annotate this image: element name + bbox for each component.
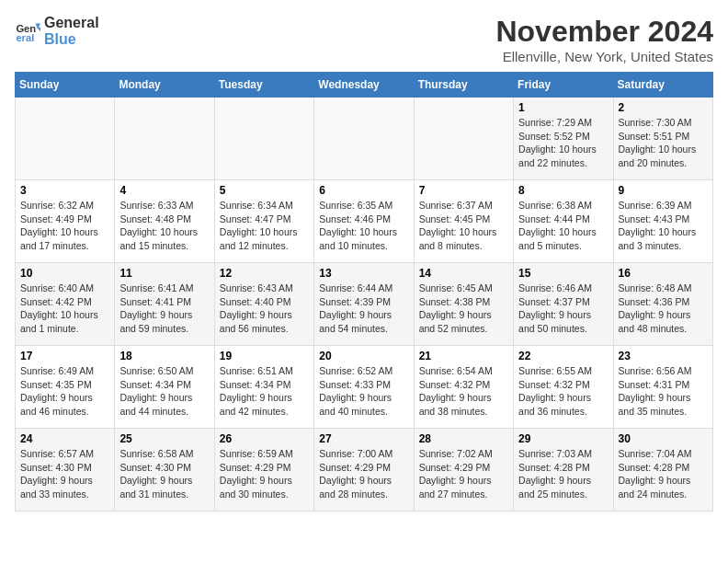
- day-info: Sunrise: 7:04 AMSunset: 4:28 PMDaylight:…: [619, 447, 708, 501]
- day-info: Sunrise: 6:37 AMSunset: 4:45 PMDaylight:…: [419, 199, 508, 253]
- calendar-cell: 27Sunrise: 7:00 AMSunset: 4:29 PMDayligh…: [314, 429, 414, 511]
- day-info: Sunrise: 6:43 AMSunset: 4:40 PMDaylight:…: [220, 282, 309, 336]
- calendar-cell: 2Sunrise: 7:30 AMSunset: 5:51 PMDaylight…: [613, 98, 712, 180]
- day-number: 2: [619, 101, 708, 114]
- day-number: 11: [119, 267, 209, 280]
- day-info: Sunrise: 6:49 AMSunset: 4:35 PMDaylight:…: [20, 364, 109, 419]
- calendar-body: 1Sunrise: 7:29 AMSunset: 5:52 PMDaylight…: [16, 98, 713, 511]
- week-row-5: 24Sunrise: 6:57 AMSunset: 4:30 PMDayligh…: [16, 429, 713, 511]
- calendar-cell: 12Sunrise: 6:43 AMSunset: 4:40 PMDayligh…: [214, 263, 313, 346]
- calendar-cell: [214, 98, 313, 180]
- day-number: 12: [220, 267, 309, 280]
- day-info: Sunrise: 6:41 AMSunset: 4:41 PMDaylight:…: [119, 282, 209, 336]
- calendar-cell: 15Sunrise: 6:46 AMSunset: 4:37 PMDayligh…: [514, 263, 613, 346]
- svg-marker-3: [37, 27, 40, 30]
- day-number: 30: [619, 432, 708, 445]
- week-row-1: 1Sunrise: 7:29 AMSunset: 5:52 PMDaylight…: [16, 98, 713, 180]
- calendar-cell: 5Sunrise: 6:34 AMSunset: 4:47 PMDaylight…: [214, 180, 313, 263]
- calendar-cell: 30Sunrise: 7:04 AMSunset: 4:28 PMDayligh…: [613, 429, 712, 511]
- week-row-2: 3Sunrise: 6:32 AMSunset: 4:49 PMDaylight…: [16, 180, 713, 263]
- week-row-3: 10Sunrise: 6:40 AMSunset: 4:42 PMDayligh…: [16, 263, 713, 346]
- day-info: Sunrise: 6:44 AMSunset: 4:39 PMDaylight:…: [319, 282, 408, 336]
- calendar-cell: 13Sunrise: 6:44 AMSunset: 4:39 PMDayligh…: [314, 263, 414, 346]
- day-number: 8: [518, 184, 608, 197]
- day-info: Sunrise: 6:50 AMSunset: 4:34 PMDaylight:…: [119, 364, 209, 419]
- calendar-cell: 22Sunrise: 6:55 AMSunset: 4:32 PMDayligh…: [514, 346, 613, 429]
- calendar-cell: 6Sunrise: 6:35 AMSunset: 4:46 PMDaylight…: [314, 180, 414, 263]
- day-info: Sunrise: 6:40 AMSunset: 4:42 PMDaylight:…: [20, 282, 109, 336]
- calendar-cell: 25Sunrise: 6:58 AMSunset: 4:30 PMDayligh…: [115, 429, 214, 511]
- day-info: Sunrise: 6:34 AMSunset: 4:47 PMDaylight:…: [220, 199, 309, 253]
- day-number: 10: [20, 267, 109, 280]
- day-info: Sunrise: 6:38 AMSunset: 4:44 PMDaylight:…: [518, 199, 608, 253]
- calendar-cell: 20Sunrise: 6:52 AMSunset: 4:33 PMDayligh…: [314, 346, 414, 429]
- day-info: Sunrise: 6:48 AMSunset: 4:36 PMDaylight:…: [619, 282, 708, 336]
- calendar-cell: 21Sunrise: 6:54 AMSunset: 4:32 PMDayligh…: [414, 346, 513, 429]
- day-number: 7: [419, 184, 508, 197]
- day-number: 5: [220, 184, 309, 197]
- day-number: 14: [419, 267, 508, 280]
- day-number: 24: [20, 432, 109, 445]
- calendar-cell: [115, 98, 214, 180]
- day-info: Sunrise: 7:02 AMSunset: 4:29 PMDaylight:…: [419, 447, 508, 501]
- day-number: 15: [518, 267, 608, 280]
- day-info: Sunrise: 6:35 AMSunset: 4:46 PMDaylight:…: [319, 199, 408, 253]
- day-info: Sunrise: 7:29 AMSunset: 5:52 PMDaylight:…: [518, 116, 608, 170]
- calendar-cell: 19Sunrise: 6:51 AMSunset: 4:34 PMDayligh…: [214, 346, 313, 429]
- day-number: 25: [119, 432, 209, 445]
- page-subtitle: Ellenville, New York, United States: [495, 49, 713, 64]
- day-number: 23: [619, 350, 708, 362]
- calendar-cell: 24Sunrise: 6:57 AMSunset: 4:30 PMDayligh…: [16, 429, 115, 511]
- header: Gen eral General Blue November 2024 Elle…: [15, 15, 713, 64]
- day-number: 18: [119, 350, 209, 362]
- day-info: Sunrise: 6:46 AMSunset: 4:37 PMDaylight:…: [518, 282, 608, 336]
- week-row-4: 17Sunrise: 6:49 AMSunset: 4:35 PMDayligh…: [16, 346, 713, 429]
- day-info: Sunrise: 6:33 AMSunset: 4:48 PMDaylight:…: [119, 199, 209, 253]
- calendar-cell: 10Sunrise: 6:40 AMSunset: 4:42 PMDayligh…: [16, 263, 115, 346]
- day-number: 21: [419, 350, 508, 362]
- day-number: 22: [518, 350, 608, 362]
- day-number: 16: [619, 267, 708, 280]
- logo-icon: Gen eral: [15, 18, 40, 44]
- calendar-header: SundayMondayTuesdayWednesdayThursdayFrid…: [16, 73, 713, 98]
- header-day-saturday: Saturday: [613, 73, 712, 98]
- calendar-cell: 28Sunrise: 7:02 AMSunset: 4:29 PMDayligh…: [414, 429, 513, 511]
- calendar-cell: [16, 98, 115, 180]
- calendar-cell: [414, 98, 513, 180]
- day-info: Sunrise: 6:58 AMSunset: 4:30 PMDaylight:…: [119, 447, 209, 501]
- day-number: 28: [419, 432, 508, 445]
- page-title: November 2024: [495, 15, 713, 49]
- day-info: Sunrise: 6:56 AMSunset: 4:31 PMDaylight:…: [619, 364, 708, 419]
- header-day-tuesday: Tuesday: [214, 73, 313, 98]
- day-info: Sunrise: 7:00 AMSunset: 4:29 PMDaylight:…: [319, 447, 408, 501]
- day-info: Sunrise: 6:54 AMSunset: 4:32 PMDaylight:…: [419, 364, 508, 419]
- day-number: 9: [619, 184, 708, 197]
- calendar-cell: 1Sunrise: 7:29 AMSunset: 5:52 PMDaylight…: [514, 98, 613, 180]
- header-day-monday: Monday: [115, 73, 214, 98]
- day-info: Sunrise: 6:39 AMSunset: 4:43 PMDaylight:…: [619, 199, 708, 253]
- day-info: Sunrise: 6:51 AMSunset: 4:34 PMDaylight:…: [220, 364, 309, 419]
- header-day-sunday: Sunday: [16, 73, 115, 98]
- calendar-cell: 29Sunrise: 7:03 AMSunset: 4:28 PMDayligh…: [514, 429, 613, 511]
- calendar-cell: 7Sunrise: 6:37 AMSunset: 4:45 PMDaylight…: [414, 180, 513, 263]
- day-number: 3: [20, 184, 109, 197]
- day-number: 13: [319, 267, 408, 280]
- logo: Gen eral General Blue: [15, 15, 99, 47]
- day-number: 29: [518, 432, 608, 445]
- calendar-cell: 4Sunrise: 6:33 AMSunset: 4:48 PMDaylight…: [115, 180, 214, 263]
- calendar-cell: 18Sunrise: 6:50 AMSunset: 4:34 PMDayligh…: [115, 346, 214, 429]
- day-number: 17: [20, 350, 109, 362]
- day-info: Sunrise: 6:52 AMSunset: 4:33 PMDaylight:…: [319, 364, 408, 419]
- day-number: 27: [319, 432, 408, 445]
- day-number: 4: [119, 184, 209, 197]
- header-day-wednesday: Wednesday: [314, 73, 414, 98]
- day-info: Sunrise: 6:57 AMSunset: 4:30 PMDaylight:…: [20, 447, 109, 501]
- day-info: Sunrise: 7:30 AMSunset: 5:51 PMDaylight:…: [619, 116, 708, 170]
- calendar-cell: 8Sunrise: 6:38 AMSunset: 4:44 PMDaylight…: [514, 180, 613, 263]
- header-day-friday: Friday: [514, 73, 613, 98]
- logo-line2: Blue: [44, 31, 99, 48]
- day-number: 1: [518, 101, 608, 114]
- calendar-cell: 14Sunrise: 6:45 AMSunset: 4:38 PMDayligh…: [414, 263, 513, 346]
- day-number: 19: [220, 350, 309, 362]
- calendar-cell: 9Sunrise: 6:39 AMSunset: 4:43 PMDaylight…: [613, 180, 712, 263]
